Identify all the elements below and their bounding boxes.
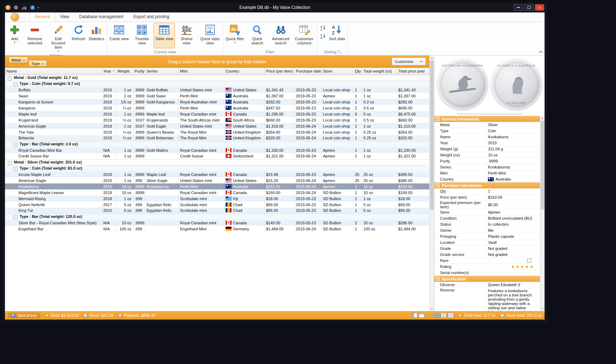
grid-view-icon[interactable]	[434, 313, 439, 318]
field-value[interactable]: Brilliant uncirculated (BU)	[486, 215, 540, 221]
group-row-metal-gold-total-weight-11-7-o[interactable]: −Metal : Gold (Total weight: 11.7 oz)	[5, 75, 429, 81]
table-row-kangaroo[interactable]: Kangaroo2019¼ oz.9999Perth MintAustralia…	[5, 105, 429, 111]
advanced-search-button[interactable]: Advanced search	[269, 23, 293, 48]
group-row-metal-silver-total-weight-201-[interactable]: −Metal : Silver (Total weight: 201.0 oz)	[5, 159, 429, 165]
table-row-the-yale[interactable]: The Yale2019¼ oz.9999Queen's BeastsThe R…	[5, 129, 429, 135]
column-header-purchase-date[interactable]: Purchase date	[294, 68, 321, 75]
group-row-type-coin-total-weight-81-0-oz[interactable]: −Type : Coin (Total weight: 81.0 oz)	[5, 165, 429, 171]
field-value[interactable]: $5.00	[486, 202, 540, 208]
field-value[interactable]: Australia	[486, 176, 540, 182]
table-row-credit-suisse-bar[interactable]: Credit Suisse BarN/A1 oz.9999Credit Suis…	[5, 153, 429, 159]
field-value[interactable]	[486, 270, 540, 275]
info-icon[interactable]: i	[30, 5, 35, 10]
shelve-view-button[interactable]: Shelve view	[175, 23, 198, 48]
remove-selected-button[interactable]: Remove selected	[23, 23, 47, 48]
table-row-queen-nefertiti[interactable]: Queen Nefertiti20175 oz.999Egyptian Reli…	[5, 202, 429, 208]
field-value[interactable]: Silver	[486, 122, 540, 128]
rating-stars[interactable]: ★★★★★	[511, 264, 539, 269]
tab-database-management[interactable]: Database management	[74, 12, 129, 22]
column-header-name[interactable]: Name	[5, 68, 102, 75]
field-value[interactable]: Queen Elizabeth II	[486, 282, 540, 288]
table-row-swan[interactable]: Swan20191 oz.9999Gold SwanPerth MintAust…	[5, 93, 429, 99]
group-row-type-bar-total-weight-2-0-oz[interactable]: −Type : Bar (Total weight: 2.0 oz)	[5, 141, 429, 147]
cards-view-button[interactable]: Cards view	[108, 23, 130, 48]
table-row-kookaburra[interactable]: Kookaburra201910 oz.9999KookaburrasPerth…	[5, 183, 429, 189]
detail-vertical-scrollbar[interactable]: ▲ ▼	[540, 116, 545, 311]
quick-filter-button[interactable]: AuQuick filter▾	[224, 23, 246, 48]
tab-export-and-printing[interactable]: Export and printing	[128, 12, 174, 22]
field-value[interactable]: Apmex	[486, 209, 540, 215]
dialog-launcher-icon[interactable]	[338, 50, 341, 54]
table-row-maple-leaf[interactable]: Maple leaf20191 oz.9999Maple leafRoyal C…	[5, 111, 429, 117]
collapse-section-icon[interactable]: −	[436, 183, 440, 187]
table-row-silver-bar-royal-canadian-mint-new-style[interactable]: Silver Bar - Royal Canadian Mint (New St…	[5, 220, 429, 226]
field-value[interactable]: 2019	[486, 140, 540, 146]
column-header-price-per-item[interactable]: Price (per item)	[264, 68, 294, 75]
edit-focused-item-button[interactable]: Edit focused item▾	[47, 23, 70, 53]
refresh-button[interactable]: Refresh	[70, 23, 87, 48]
statistics-chart-icon[interactable]	[21, 5, 27, 10]
column-header-weight[interactable]: Weight	[116, 68, 133, 75]
collapse-section-icon[interactable]: −	[436, 117, 440, 121]
customize-columns-button[interactable]: Customize columns	[293, 23, 316, 48]
field-value[interactable]: Not graded	[486, 252, 540, 257]
table-vertical-scrollbar[interactable]: ▲ ▼	[429, 55, 434, 311]
collapse-group-icon[interactable]: −	[8, 76, 12, 80]
coin-reverse-image[interactable]: AUSTRALIAN KOOKABURRA	[437, 59, 488, 110]
field-value[interactable]: In collection	[486, 221, 540, 227]
list-view-icon[interactable]	[448, 313, 454, 318]
spot-prices-item[interactable]: Spot prices	[8, 312, 40, 318]
column-header-qty[interactable]: Qty	[353, 68, 362, 75]
group-chip-type[interactable]: Type▲	[28, 60, 47, 67]
thumbs-view-button[interactable]: Thumbs view	[130, 23, 154, 48]
column-header-total-price-paid[interactable]: Total price paid	[397, 68, 429, 75]
rare-checkbox[interactable]	[527, 258, 531, 263]
add-button[interactable]: Add▾	[6, 23, 23, 48]
file-menu-button[interactable]	[11, 13, 19, 21]
field-value[interactable]: 1	[486, 188, 540, 194]
column-header-purity[interactable]: Purity	[133, 68, 145, 75]
column-header-series[interactable]: Series	[145, 68, 178, 75]
column-header-country[interactable]: Country	[224, 68, 264, 75]
field-value[interactable]: Plastic capsule	[486, 234, 540, 239]
field-value[interactable]: Coin	[486, 128, 540, 134]
collapse-group-icon[interactable]: −	[14, 82, 17, 86]
column-header-mint[interactable]: Mint	[178, 68, 224, 75]
detail-scroll-thumb[interactable]	[541, 121, 544, 210]
table-row-krugerrand[interactable]: Krugerrand2019½ oz.9167KrugerrandsThe So…	[5, 117, 429, 123]
quick-search-button[interactable]: Quick search	[246, 23, 269, 48]
table-row-king-tut[interactable]: King Tut20165 oz.999Egyptian RelicScotts…	[5, 208, 429, 214]
table-row-britannia[interactable]: Britannia2019¼ oz.9999Gold BritanniasThe…	[5, 135, 429, 141]
field-value[interactable]: Kookaburras	[486, 164, 540, 170]
field-value[interactable]: Not graded	[486, 246, 540, 251]
group-row-type-coin-total-weight-9-7-oz[interactable]: −Type : Coin (Total weight: 9.7 oz)	[5, 81, 429, 87]
table-row-american-eagle[interactable]: American Eagle20191 oz.9167Gold EagleUni…	[5, 123, 429, 129]
column-header-total-weight-oz[interactable]: Total weight (oz)	[362, 68, 397, 75]
scroll-down-icon[interactable]: ▼	[430, 306, 434, 311]
ribbon-collapse-chevron[interactable]	[539, 50, 542, 53]
group-chip-metal[interactable]: Metal▲	[9, 57, 28, 63]
card-view-icon[interactable]	[419, 313, 424, 318]
collapse-group-icon[interactable]: −	[8, 161, 12, 165]
section-header-purchase-information[interactable]: −Purchase information	[434, 182, 540, 188]
panes-view-icon[interactable]	[412, 313, 417, 318]
collapse-group-icon[interactable]: −	[14, 143, 17, 147]
field-value[interactable]: Perth Mint	[486, 170, 540, 176]
tablemini-view-icon[interactable]	[441, 313, 446, 318]
field-value[interactable]	[486, 258, 540, 263]
coin-obverse-image[interactable]: ELIZABETH II AUSTRALIA 10 DOLLARS	[491, 59, 542, 110]
field-value[interactable]: Me	[486, 228, 540, 233]
tab-view[interactable]: View	[55, 12, 74, 22]
collapse-group-icon[interactable]: −	[14, 167, 17, 171]
customize-dropdown-button[interactable]: Customize ▼	[392, 58, 426, 65]
sort-data-button[interactable]: AZSort data	[328, 23, 347, 48]
tab-general[interactable]: General	[30, 12, 55, 22]
table-row-engelhard-bar[interactable]: Engelhard BarN/A100 oz.999Engelhard Mint…	[5, 226, 429, 232]
table-row-incuse-maple-leaf[interactable]: Incuse Maple Leaf20191 oz.9999Maple Leaf…	[5, 171, 429, 177]
section-header-general-information[interactable]: −General information	[434, 116, 540, 122]
quick-stats-view-button[interactable]: Quick stats view	[198, 23, 222, 48]
table-scroll-thumb[interactable]	[430, 60, 434, 210]
quick-access-dropdown-icon[interactable]: ▾	[38, 6, 39, 9]
settings-gear-icon[interactable]	[13, 5, 19, 10]
collapse-group-icon[interactable]: −	[14, 215, 17, 219]
